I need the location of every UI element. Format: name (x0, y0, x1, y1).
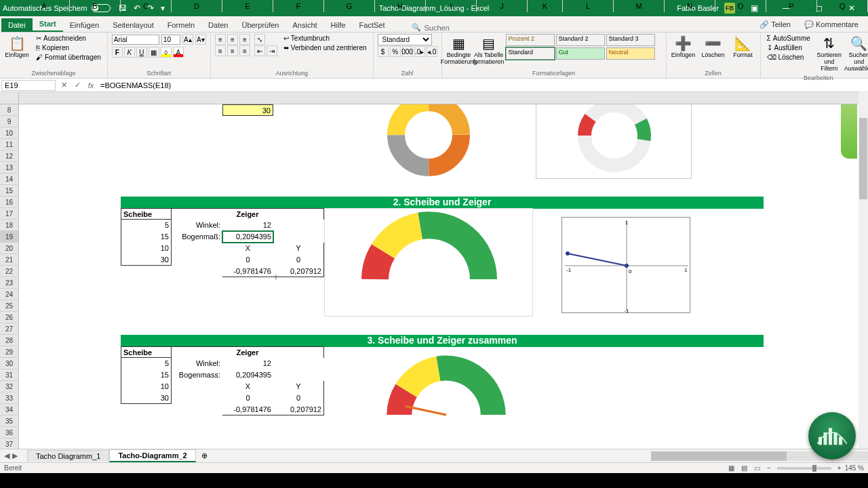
cell-e34[interactable]: -0,9781476 (222, 404, 273, 415)
bold-button[interactable]: F (112, 47, 123, 58)
style-prozent2[interactable]: Prozent 2 (506, 34, 555, 46)
border-button[interactable]: ▦ (149, 47, 159, 58)
chart-donut-right[interactable] (536, 104, 692, 179)
align-bottom-icon[interactable]: ≡ (239, 34, 250, 45)
col-header-M[interactable]: M (614, 0, 665, 12)
cell-c20[interactable]: 10 (121, 243, 172, 254)
currency-icon[interactable]: $ (378, 46, 389, 57)
row-header-31[interactable]: 31 (0, 369, 19, 381)
row-header-24[interactable]: 24 (0, 289, 19, 300)
format-painter-button[interactable]: 🖌Format übertragen (34, 53, 103, 62)
insert-cells-button[interactable]: ➕Einfügen (671, 34, 696, 60)
tab-ansicht[interactable]: Ansicht (285, 18, 323, 32)
cell-c19[interactable]: 15 (121, 231, 172, 243)
col-header-C[interactable]: C (121, 0, 172, 12)
cell-e31[interactable]: 0,2094395 (222, 369, 273, 381)
decrease-font-icon[interactable]: A▾ (195, 34, 206, 45)
cell-e20[interactable]: X (222, 243, 273, 254)
col-header-E[interactable]: E (222, 0, 273, 12)
autosum-button[interactable]: ΣAutoSumme (765, 34, 812, 43)
row-header-28[interactable]: 28 (0, 335, 19, 346)
comments-button[interactable]: 💬 Kommentare (800, 18, 863, 32)
number-format-select[interactable]: Standard (378, 34, 432, 45)
col-header-A[interactable]: A (19, 0, 70, 12)
cell-e19-selected[interactable]: 0,2094395 (222, 231, 273, 243)
row-header-35[interactable]: 35 (0, 415, 19, 427)
view-normal-icon[interactable]: ▦ (725, 464, 738, 472)
col-header-K[interactable]: K (528, 0, 563, 12)
vertical-scrollbar[interactable] (859, 91, 868, 464)
row-header-36[interactable]: 36 (0, 427, 19, 439)
find-select-button[interactable]: 🔍Suchen und Auswählen (846, 34, 868, 73)
increase-indent-icon[interactable]: ⇥ (267, 45, 277, 56)
col-header-H[interactable]: H (375, 0, 426, 12)
fill-button[interactable]: ↧Ausfüllen (765, 43, 812, 52)
clear-button[interactable]: ⌫Löschen (765, 53, 812, 62)
name-box[interactable] (1, 80, 56, 91)
row-header-26[interactable]: 26 (0, 312, 19, 323)
cell-c18[interactable]: 5 (121, 220, 172, 231)
zoom-level[interactable]: 145 % (845, 464, 864, 472)
row-header-30[interactable]: 30 (0, 358, 19, 369)
row-header-13[interactable]: 13 (0, 162, 19, 174)
style-neutral[interactable]: Neutral (606, 47, 655, 60)
cell-e22[interactable]: -0,9781476 (222, 266, 273, 277)
tab-ueberpruefen[interactable]: Überprüfen (235, 18, 285, 32)
font-family-input[interactable] (112, 35, 159, 45)
zoom-slider[interactable] (777, 467, 831, 470)
cut-button[interactable]: ✂Ausschneiden (34, 34, 103, 43)
col-header-O[interactable]: O (715, 0, 766, 12)
merge-center-button[interactable]: ⬌Verbinden und zentrieren (281, 43, 369, 52)
row-header-14[interactable]: 14 (0, 174, 19, 185)
col-header-L[interactable]: L (563, 0, 614, 12)
increase-decimal-icon[interactable]: .0▸ (414, 46, 425, 57)
view-page-layout-icon[interactable]: ▤ (738, 464, 751, 472)
tab-formeln[interactable]: Formeln (161, 18, 201, 32)
select-all-corner[interactable] (0, 92, 19, 104)
cell-f21[interactable]: 0 (273, 254, 324, 266)
col-header-I[interactable]: I (426, 0, 477, 12)
chart-pointer-line[interactable]: 1 -1 -1 1 0 (561, 217, 690, 313)
sheet-nav-prev-icon[interactable]: ◀ (4, 451, 9, 460)
col-header-D[interactable]: D (172, 0, 222, 12)
cell-c31[interactable]: 15 (121, 369, 172, 381)
tab-factset[interactable]: FactSet (353, 18, 392, 32)
align-center-icon[interactable]: ≡ (227, 45, 238, 56)
style-standard2[interactable]: Standard 2 (556, 34, 605, 46)
cell-f34[interactable]: 0,207912 (273, 404, 324, 415)
align-middle-icon[interactable]: ≡ (227, 34, 238, 45)
row-header-10[interactable]: 10 (0, 127, 19, 139)
chart-donut-left[interactable] (324, 104, 533, 179)
row-header-32[interactable]: 32 (0, 381, 19, 392)
col-header-Q[interactable]: Q (817, 0, 868, 12)
fill-color-button[interactable]: ◊ (161, 47, 172, 58)
cell-e18[interactable]: 12 (222, 220, 273, 231)
cell-c32[interactable]: 10 (121, 381, 172, 392)
paste-button[interactable]: 📋Einfügen (4, 34, 30, 60)
row-header-9[interactable]: 9 (0, 116, 19, 127)
formula-input[interactable]: =BOGENMASS(E18) (98, 81, 868, 90)
tab-daten[interactable]: Daten (201, 18, 235, 32)
col-header-B[interactable]: B (70, 0, 121, 12)
row-header-8[interactable]: 8 (0, 104, 19, 116)
italic-button[interactable]: K (124, 47, 135, 58)
underline-button[interactable]: U (136, 47, 147, 58)
cell-f20[interactable]: Y (273, 243, 324, 254)
chart-gauge-section2[interactable] (324, 208, 533, 317)
row-header-15[interactable]: 15 (0, 185, 19, 197)
cell-e33[interactable]: 0 (222, 392, 273, 404)
chart-gauge-section3[interactable] (358, 348, 534, 450)
cell-e8[interactable]: 30 (222, 104, 273, 116)
enter-formula-icon[interactable]: ✓ (71, 81, 84, 89)
col-header-F[interactable]: F (273, 0, 324, 12)
row-header-25[interactable]: 25 (0, 300, 19, 312)
cell-d31[interactable]: Bogenmass: (172, 369, 222, 381)
thousands-icon[interactable]: 000 (402, 46, 413, 57)
tab-seitenlayout[interactable]: Seitenlayout (106, 18, 161, 32)
cell-e21[interactable]: 0 (222, 254, 273, 266)
align-top-icon[interactable]: ≡ (215, 34, 226, 45)
cell-c30[interactable]: 5 (121, 358, 172, 369)
cell-e32[interactable]: X (222, 381, 273, 392)
cell-d18[interactable]: Winkel: (172, 220, 222, 231)
delete-cells-button[interactable]: ➖Löschen (701, 34, 726, 60)
